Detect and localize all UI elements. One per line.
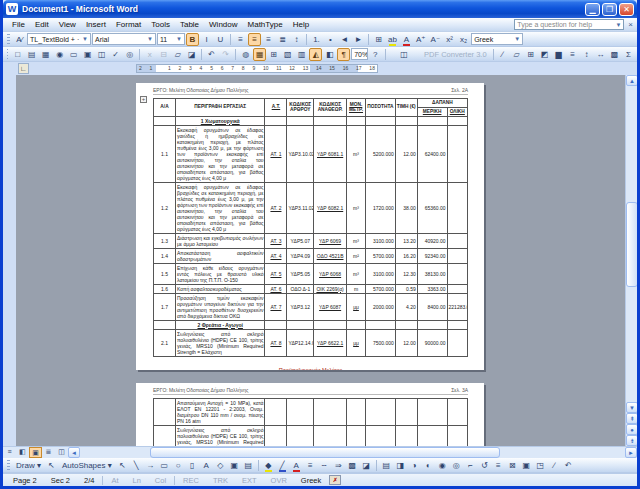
border-style-button[interactable]: ⊞	[524, 48, 537, 61]
shrink-font-button[interactable]: A⁻	[429, 33, 443, 46]
save-button[interactable]: ▦	[39, 48, 52, 61]
menu-table[interactable]: Table	[175, 19, 204, 30]
font-size-combo[interactable]: 11▼	[157, 33, 185, 45]
picture-icon[interactable]: ▤	[380, 459, 393, 472]
status-ovr-toggle[interactable]: OVR	[265, 476, 293, 485]
outline-view-button[interactable]: ≣	[42, 447, 55, 458]
language-combo[interactable]: Greek▼	[471, 33, 523, 45]
autoshapes-menu-button[interactable]: AutoShapes ▾	[59, 461, 115, 470]
print-button[interactable]: ▣	[81, 48, 94, 61]
line-color-icon[interactable]: ╱	[276, 459, 289, 472]
eraser-button[interactable]: ▱	[510, 48, 523, 61]
table-move-handle[interactable]: +	[140, 96, 147, 103]
align-cells-button[interactable]: ≡	[566, 48, 579, 61]
highlight-button[interactable]: ab	[386, 33, 399, 46]
font-color-button[interactable]: A	[400, 33, 413, 46]
line-style-icon[interactable]: ≡	[304, 459, 317, 472]
status-ext-toggle[interactable]: EXT	[236, 476, 263, 485]
table-autoformat-button[interactable]: ▩	[608, 48, 621, 61]
toolbar-grip[interactable]	[7, 49, 8, 60]
line-style2-icon[interactable]: ≡	[492, 459, 505, 472]
menu-window[interactable]: Window	[204, 19, 242, 30]
paste-button[interactable]: ▱	[171, 48, 184, 61]
cut-button[interactable]: x	[143, 48, 156, 61]
menu-help[interactable]: Help	[288, 19, 314, 30]
menu-file[interactable]: File	[7, 19, 30, 30]
tab-stop-selector[interactable]: ∟	[18, 63, 29, 74]
email-button[interactable]: ▭	[67, 48, 80, 61]
close-button[interactable]: ✕	[619, 3, 634, 16]
insert-hyperlink-button[interactable]: ◍	[239, 48, 252, 61]
draw-menu-button[interactable]: Draw ▾	[13, 461, 44, 470]
style-combo[interactable]: TL_TextBold + ·▼	[27, 33, 91, 45]
toolbar-grip[interactable]	[7, 460, 10, 471]
text-box-icon[interactable]: ▯	[186, 459, 199, 472]
vertical-scrollbar[interactable]: ▲ ▼ ⇞ ● ⇟	[625, 75, 637, 446]
document-map-button[interactable]: ◧	[323, 48, 336, 61]
set-transparent-icon[interactable]: ∕	[548, 459, 561, 472]
boq-table-page2[interactable]: Απαιτούμενη Αντοχή = 10 MPa), κατά ΕΛΟΤ …	[153, 398, 468, 446]
copy-button[interactable]: ⊟	[157, 48, 170, 61]
new-document-button[interactable]: □	[11, 48, 24, 61]
print-layout-view-button[interactable]: ▣	[29, 447, 42, 458]
horizontal-ruler[interactable]: 21123456789101112131415161718	[136, 64, 378, 73]
print-preview-button[interactable]: ◫	[95, 48, 108, 61]
shading-color-button[interactable]: ◩	[538, 48, 551, 61]
menu-tools[interactable]: Tools	[146, 19, 175, 30]
format-object-icon[interactable]: ◳	[534, 459, 547, 472]
scroll-left-icon[interactable]: ◄	[68, 447, 80, 458]
research-button[interactable]: ◎	[123, 48, 136, 61]
insert-excel-button[interactable]: ▧	[281, 48, 294, 61]
drawing-button[interactable]: ◭	[309, 48, 322, 61]
zoom-combo[interactable]: 70%▼	[351, 48, 367, 60]
boq-table-page1[interactable]: Α/Α ΠΕΡΙΓΡΑΦΗ ΕΡΓΑΣΙΑΣ Α.Τ. ΚΩΔΙΚΟΣ ΑΡΘΡ…	[153, 98, 468, 357]
horizontal-scroll-track[interactable]	[80, 447, 625, 458]
toolbar-grip[interactable]	[7, 34, 10, 45]
read-button[interactable]: ◫ Read	[388, 48, 420, 61]
maximize-button[interactable]: ❐	[602, 3, 617, 16]
arrow-style-icon[interactable]: ⇒	[332, 459, 345, 472]
styles-and-formatting-icon[interactable]: A⁄	[13, 33, 26, 46]
superscript-button[interactable]: x²	[443, 33, 456, 46]
insert-chart-button[interactable]: ▆	[552, 48, 565, 61]
previous-page-icon[interactable]: ⇞	[626, 413, 637, 424]
vertical-scroll-thumb[interactable]	[626, 202, 637, 287]
line-icon[interactable]: ╲	[130, 459, 143, 472]
italic-button[interactable]: I	[200, 33, 213, 46]
spelling-button[interactable]: ✓	[109, 48, 122, 61]
wordart-icon[interactable]: A	[200, 459, 213, 472]
distribute-rows-button[interactable]: ↕	[580, 48, 593, 61]
shadow-style-icon[interactable]: ▩	[346, 459, 359, 472]
menu-insert[interactable]: Insert	[81, 19, 111, 30]
web-layout-view-button[interactable]: ◧	[16, 447, 29, 458]
font-color-icon[interactable]: A	[290, 459, 303, 472]
diagram-icon[interactable]: ◇	[214, 459, 227, 472]
justify-button[interactable]: ≣	[276, 33, 289, 46]
status-trk-toggle[interactable]: TRK	[207, 476, 234, 485]
draw-table-button[interactable]: ∕	[496, 48, 509, 61]
show-hide-button[interactable]: ¶	[337, 48, 350, 61]
align-left-button[interactable]: ≡	[234, 33, 247, 46]
autosum-button[interactable]: Σ	[622, 48, 635, 61]
line-spacing-button[interactable]: ↕	[290, 33, 303, 46]
document-page-1[interactable]: + ΕΡΓΟ: Μελέτη Οδοποιίας Δήμου Παλλήνης …	[136, 83, 484, 370]
subscript-button[interactable]: x₂	[457, 33, 470, 46]
dash-style-icon[interactable]: ╌	[318, 459, 331, 472]
reset-picture-icon[interactable]: ↶	[562, 459, 575, 472]
fill-color-icon[interactable]: ◆	[262, 459, 275, 472]
compress-icon[interactable]: ⊠	[506, 459, 519, 472]
permission-button[interactable]: ◉	[53, 48, 66, 61]
numbering-button[interactable]: 1.	[310, 33, 323, 46]
open-button[interactable]: ▤	[25, 48, 38, 61]
tables-and-borders-button[interactable]: ▦	[253, 48, 266, 61]
align-center-button[interactable]: ≡	[248, 33, 261, 46]
bullets-button[interactable]: •	[324, 33, 337, 46]
arrow-icon[interactable]: →	[144, 459, 157, 472]
contrast-more-icon[interactable]: ◑	[408, 459, 421, 472]
scroll-right-icon[interactable]: ►	[625, 447, 637, 458]
next-page-icon[interactable]: ⇟	[626, 435, 637, 446]
undo-button[interactable]: ↶	[205, 48, 218, 61]
align-right-button[interactable]: ≡	[262, 33, 275, 46]
contrast-less-icon[interactable]: ◐	[422, 459, 435, 472]
normal-view-button[interactable]: ≡	[3, 447, 16, 458]
